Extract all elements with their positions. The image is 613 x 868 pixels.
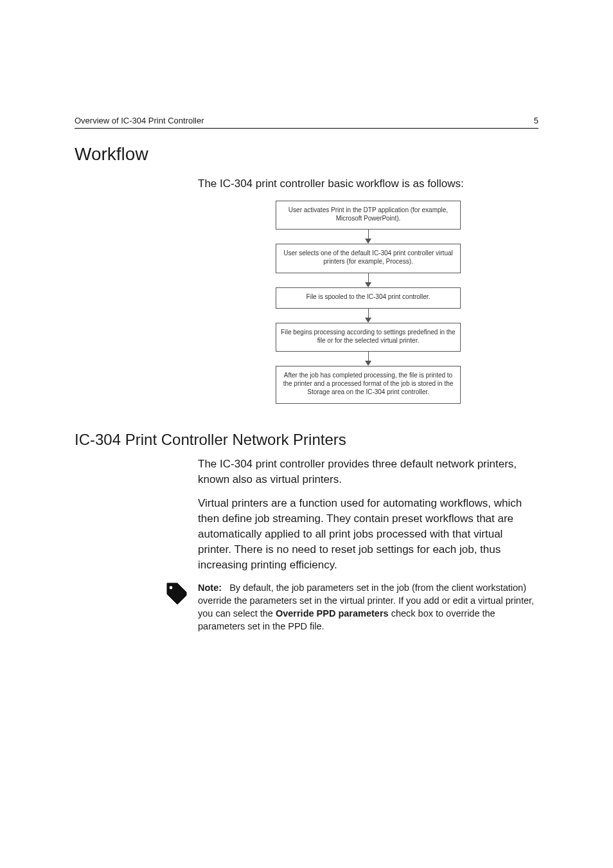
flow-arrow-icon: [276, 352, 461, 366]
flow-step-2: User selects one of the default IC-304 p…: [276, 244, 461, 273]
note-bold-term: Override PPD parameters: [276, 608, 389, 619]
page: Overview of IC-304 Print Controller 5 Wo…: [0, 0, 613, 868]
running-header: Overview of IC-304 Print Controller 5: [75, 116, 538, 129]
workflow-body: The IC-304 print controller basic workfl…: [198, 176, 538, 404]
flow-step-3: File is spooled to the IC-304 print cont…: [276, 287, 461, 309]
flow-arrow-icon: [276, 309, 461, 323]
note-text: Note: By default, the job parameters set…: [198, 581, 538, 633]
np-paragraph-1: The IC-304 print controller provides thr…: [198, 457, 538, 487]
svg-point-0: [170, 586, 173, 590]
note-tag-icon: [163, 581, 189, 610]
section-network-printers-heading: IC-304 Print Controller Network Printers: [75, 431, 538, 449]
flow-step-4: File begins processing according to sett…: [276, 323, 461, 352]
note-block: Note: By default, the job parameters set…: [198, 581, 538, 633]
page-number: 5: [534, 116, 538, 125]
workflow-flowchart: User activates Print in the DTP applicat…: [276, 201, 461, 404]
section-workflow-heading: Workflow: [75, 144, 538, 165]
flow-arrow-icon: [276, 230, 461, 244]
workflow-intro: The IC-304 print controller basic workfl…: [198, 176, 538, 192]
note-label: Note:: [198, 583, 222, 593]
flow-arrow-icon: [276, 273, 461, 287]
flow-step-5: After the job has completed processing, …: [276, 366, 461, 403]
flow-step-1: User activates Print in the DTP applicat…: [276, 201, 461, 230]
np-paragraph-2: Virtual printers are a function used for…: [198, 496, 538, 572]
running-title: Overview of IC-304 Print Controller: [75, 116, 204, 125]
network-printers-body: The IC-304 print controller provides thr…: [198, 457, 538, 633]
